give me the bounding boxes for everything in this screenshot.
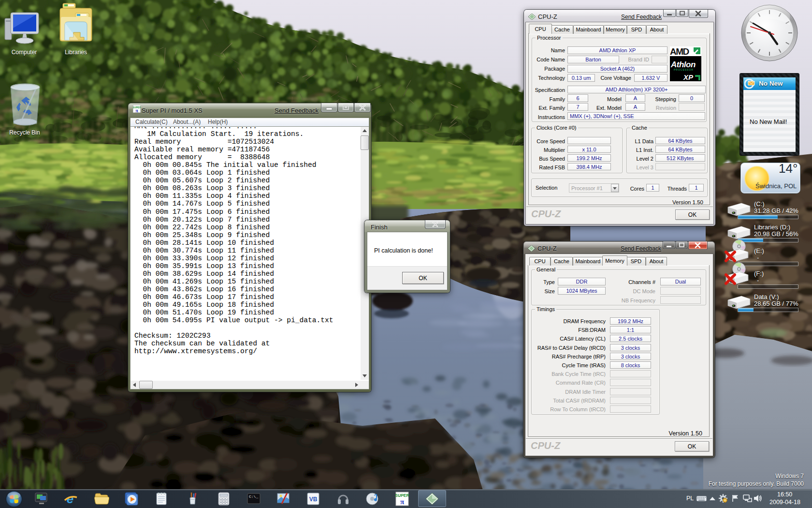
svg-text:PROCESSOR: PROCESSOR — [674, 68, 694, 71]
svg-text:XP: XP — [683, 73, 694, 81]
svg-text:π: π — [400, 498, 405, 506]
svg-text:AMD: AMD — [670, 46, 689, 57]
svg-text:π: π — [135, 108, 138, 113]
svg-text:SUPER: SUPER — [395, 493, 409, 498]
svg-text:VB: VB — [309, 496, 318, 503]
svg-text:C:\_: C:\_ — [249, 494, 258, 499]
